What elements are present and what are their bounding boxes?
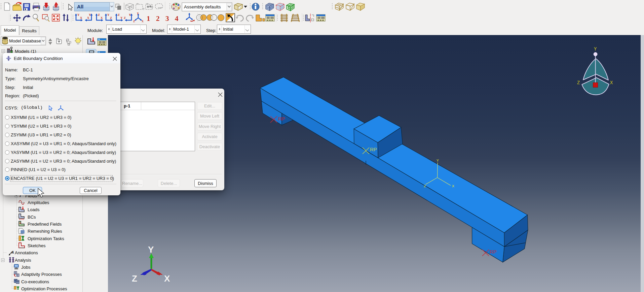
svg-text:Z: Z xyxy=(577,80,580,86)
svg-text:X: X xyxy=(452,184,454,188)
svg-text:Z: Z xyxy=(118,13,120,17)
svg-text:X: X xyxy=(101,16,103,20)
svg-text:4: 4 xyxy=(175,14,179,23)
svg-text:Y: Y xyxy=(137,12,139,15)
svg-text:Y: Y xyxy=(437,158,439,163)
svg-text:X: X xyxy=(610,80,613,86)
svg-text:Y: Y xyxy=(89,13,91,17)
svg-text:Z: Z xyxy=(110,16,112,20)
svg-text:1: 1 xyxy=(147,14,150,23)
svg-text:X: X xyxy=(80,16,82,20)
svg-text:Y: Y xyxy=(594,46,597,52)
svg-text:Z: Z xyxy=(98,13,100,17)
svg-text:Y: Y xyxy=(107,13,110,17)
svg-text:2: 2 xyxy=(156,14,160,23)
svg-text:RP: RP xyxy=(490,249,497,255)
svg-text:Model Database: Model Database xyxy=(9,38,41,43)
svg-text:RP: RP xyxy=(370,147,377,152)
svg-text:3: 3 xyxy=(165,14,169,23)
svg-text:Z: Z xyxy=(132,273,137,284)
svg-text:Y: Y xyxy=(129,13,131,17)
svg-text:Z: Z xyxy=(124,16,126,20)
svg-text:X: X xyxy=(164,273,170,284)
svg-text:All: All xyxy=(77,4,83,9)
svg-text:Y: Y xyxy=(120,16,123,20)
svg-text:Z: Z xyxy=(424,184,426,188)
svg-text:A: A xyxy=(11,251,14,254)
svg-text:RP: RP xyxy=(278,116,285,122)
svg-text:Y: Y xyxy=(148,245,154,255)
svg-text:Y: Y xyxy=(77,13,80,17)
svg-text:X: X xyxy=(142,20,144,23)
svg-text:Assembly defaults: Assembly defaults xyxy=(184,4,221,9)
svg-text:X: X xyxy=(87,16,89,20)
svg-text:Z: Z xyxy=(133,20,135,23)
